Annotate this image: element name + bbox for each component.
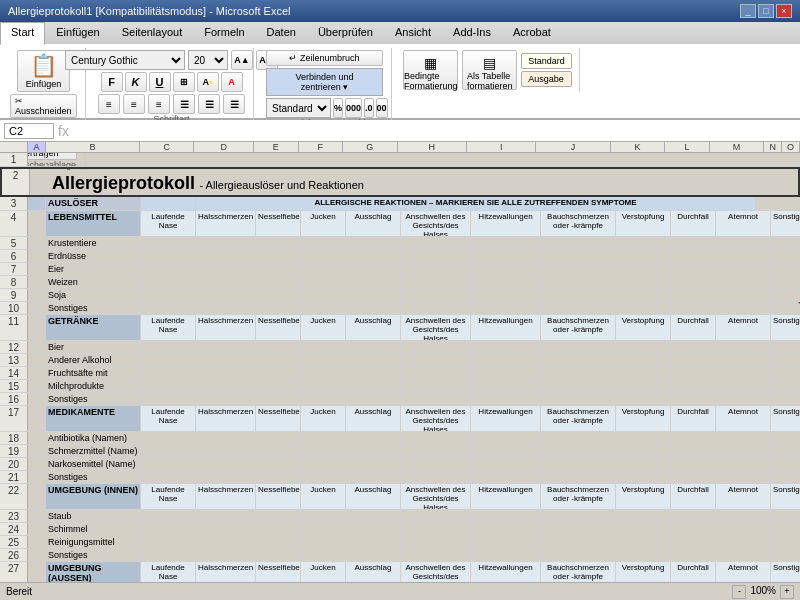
table-row: 27 UMGEBUNG (AUSSEN) Laufende Nase Halss…: [0, 562, 800, 582]
zoom-out-button[interactable]: -: [732, 585, 746, 599]
fill-color-button[interactable]: A■: [197, 72, 219, 92]
thousands-button[interactable]: 000: [345, 98, 362, 118]
col-header-I: I: [467, 142, 536, 152]
zoom-in-button[interactable]: +: [780, 585, 794, 599]
number-format-select[interactable]: Standard: [266, 98, 331, 118]
verbinden-button[interactable]: Verbinden und zentrieren ▾: [266, 68, 383, 96]
ready-label: Bereit: [6, 586, 32, 597]
group-styles: ▦ BedingteFormatierung ▤ Als Tabelleform…: [400, 48, 580, 92]
bold-button[interactable]: F: [101, 72, 123, 92]
zeilenumbruch-button[interactable]: ↵ Zeilenumbruch: [266, 50, 383, 66]
tab-addins[interactable]: Add-Ins: [442, 22, 502, 44]
col-header-J: J: [536, 142, 610, 152]
main-title: Allergieprotokoll: [52, 173, 195, 193]
font-size-select[interactable]: 20: [188, 50, 228, 70]
cell-reference-input[interactable]: [4, 123, 54, 139]
col-header-B: B: [46, 142, 140, 152]
tab-ueberpruefen[interactable]: Überprüfen: [307, 22, 384, 44]
formula-bar: fx Allergieprotokoll - Allergieauslöser …: [0, 120, 800, 142]
table-row: 7Eier: [0, 263, 800, 276]
tab-einfuegen[interactable]: Einfügen: [45, 22, 110, 44]
window-controls[interactable]: _ □ ×: [740, 4, 792, 18]
formula-input[interactable]: Allergieprotokoll - Allergieauslöser und…: [73, 125, 796, 137]
alstabelle-button[interactable]: ▤ Als Tabelleformatieren: [462, 50, 517, 90]
table-row: 22 UMGEBUNG (INNEN) Laufende Nase Halssc…: [0, 484, 800, 510]
col-header-C: C: [140, 142, 195, 152]
percent-button[interactable]: %: [333, 98, 343, 118]
group-alignment: ↵ Zeilenumbruch Verbinden und zentrieren…: [262, 48, 392, 130]
table-row: 1: [0, 153, 800, 167]
col-header-A: A: [28, 142, 46, 152]
tab-start[interactable]: Start: [0, 22, 45, 45]
align-center2-button[interactable]: ☰: [198, 94, 220, 114]
font-name-select[interactable]: Century Gothic: [65, 50, 185, 70]
table-row: 5Krustentiere: [0, 237, 800, 250]
align-left2-button[interactable]: ☰: [173, 94, 195, 114]
grid: 1 2 Allergieprotokoll - Allergieauslöser…: [0, 153, 800, 582]
group-font: Century Gothic 20 A▲ A▼ F K U ⊞ A■ A ≡ ≡…: [94, 48, 254, 126]
table-row: 4 LEBENSMITTEL Laufende Nase Halsschmerz…: [0, 211, 800, 237]
table-row: 11 GETRÄNKE Laufende Nase Halsschmerzen …: [0, 315, 800, 341]
col-header-L: L: [665, 142, 710, 152]
cut-button[interactable]: ✂ Ausschneiden: [10, 94, 77, 118]
col-header-H: H: [398, 142, 467, 152]
main-subtitle: - Allergieauslöser und Reaktionen: [199, 179, 364, 191]
table-row: 16Sonstiges: [0, 393, 800, 406]
paste-button[interactable]: 📋 Einfügen: [17, 50, 71, 92]
increase-font-button[interactable]: A▲: [231, 50, 253, 70]
title-bar-text: Allergieprotokoll1 [Kompatibilitätsmodus…: [8, 5, 290, 17]
table-row: 23Staub: [0, 510, 800, 523]
table-row: 18Antibiotika (Namen): [0, 432, 800, 445]
col-header-N: N: [764, 142, 782, 152]
maximize-button[interactable]: □: [758, 4, 774, 18]
zoom-level: 100%: [750, 585, 776, 599]
table-row: 26Sonstiges: [0, 549, 800, 562]
col-header-D: D: [194, 142, 253, 152]
align-center-button[interactable]: ≡: [123, 94, 145, 114]
ribbon-content: 📋 Einfügen ✂ Ausschneiden ⎘ Kopieren 🖌 F…: [0, 44, 800, 120]
col-header-G: G: [343, 142, 398, 152]
table-row: 6Erdnüsse: [0, 250, 800, 263]
tab-daten[interactable]: Daten: [256, 22, 307, 44]
align-right2-button[interactable]: ☰: [223, 94, 245, 114]
minimize-button[interactable]: _: [740, 4, 756, 18]
table-row: 14Fruchtsäfte mit Farbstoffen: [0, 367, 800, 380]
table-row: 25Reinigungsmittel: [0, 536, 800, 549]
table-row: 19Schmerzmittel (Name): [0, 445, 800, 458]
close-button[interactable]: ×: [776, 4, 792, 18]
table-row: 12Bier: [0, 341, 800, 354]
ribbon-tabs: Start Einfügen Seitenlayout Formeln Date…: [0, 22, 800, 44]
tab-ansicht[interactable]: Ansicht: [384, 22, 442, 44]
table-row: 13Anderer Alkohol: [0, 354, 800, 367]
table-row: 24Schimmel: [0, 523, 800, 536]
table-row: 15Milchprodukte: [0, 380, 800, 393]
table-row: 8Weizen: [0, 276, 800, 289]
ausgabe-style-button[interactable]: Ausgabe: [521, 71, 572, 87]
italic-button[interactable]: K: [125, 72, 147, 92]
underline-button[interactable]: U: [149, 72, 171, 92]
col-header-M: M: [710, 142, 765, 152]
table-row: 17 MEDIKAMENTE Laufende Nase Halsschmerz…: [0, 406, 800, 432]
col-header-F: F: [299, 142, 344, 152]
border-button[interactable]: ⊞: [173, 72, 195, 92]
col-header-E: E: [254, 142, 299, 152]
align-left-button[interactable]: ≡: [98, 94, 120, 114]
table-row: 2 Allergieprotokoll - Allergieauslöser u…: [0, 167, 800, 197]
tab-formeln[interactable]: Formeln: [193, 22, 255, 44]
align-right-button[interactable]: ≡: [148, 94, 170, 114]
tab-acrobat[interactable]: Acrobat: [502, 22, 562, 44]
table-row: 21Sonstiges: [0, 471, 800, 484]
title-bar: Allergieprotokoll1 [Kompatibilitätsmodus…: [0, 0, 800, 22]
table-row: 10Sonstiges: [0, 302, 800, 315]
standard-style-button[interactable]: Standard: [521, 53, 572, 69]
table-row: 20Narkosemittel (Name): [0, 458, 800, 471]
increase-decimal-button[interactable]: .0: [364, 98, 374, 118]
font-color-button[interactable]: A: [221, 72, 243, 92]
formula-separator: fx: [58, 123, 69, 139]
format-buttons: F K U ⊞ A■ A: [101, 72, 243, 92]
decrease-decimal-button[interactable]: 00: [376, 98, 388, 118]
col-header-O: O: [782, 142, 800, 152]
bedingte-button[interactable]: ▦ BedingteFormatierung: [403, 50, 458, 90]
tab-seitenlayout[interactable]: Seitenlayout: [111, 22, 194, 44]
table-row: 9Soja: [0, 289, 800, 302]
